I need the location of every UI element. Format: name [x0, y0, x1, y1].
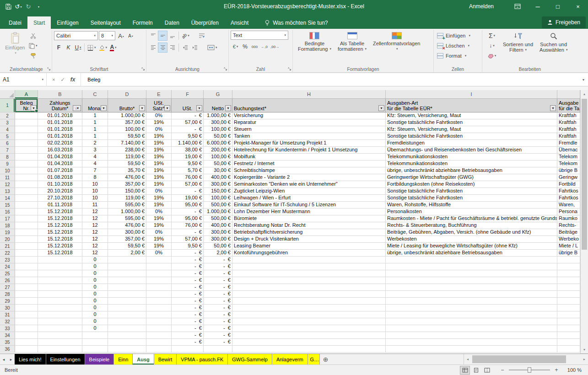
- copy-button[interactable]: ▾: [27, 41, 39, 51]
- cell-G36[interactable]: [204, 346, 232, 353]
- cell-D18[interactable]: 476,00 €: [108, 222, 146, 229]
- merge-center-button[interactable]: ▾: [206, 43, 219, 53]
- cell-A32[interactable]: [15, 318, 38, 325]
- fill-button[interactable]: ↓▾: [484, 41, 500, 51]
- horizontal-scrollbar[interactable]: ◂ ▸: [464, 354, 588, 364]
- cell-E9[interactable]: 19%: [146, 161, 172, 167]
- cell-E34[interactable]: [146, 332, 172, 339]
- cell-I16[interactable]: Personalkosten: [386, 209, 557, 215]
- cell-G10[interactable]: 30,00 €: [204, 167, 232, 174]
- cell-E27[interactable]: [146, 284, 172, 291]
- cell-F31[interactable]: - €: [172, 311, 204, 318]
- insert-cells-button[interactable]: Einfügen▾: [436, 31, 480, 41]
- cell-C27[interactable]: 0: [82, 284, 108, 291]
- cell-I2[interactable]: Kfz: Steuern, Versicherung, Maut: [386, 112, 557, 119]
- cell-A7[interactable]: [15, 147, 38, 154]
- cell-A12[interactable]: [15, 181, 38, 188]
- row-header-13[interactable]: 13: [0, 188, 15, 195]
- cell-H17[interactable]: Büromiete: [232, 215, 386, 222]
- scroll-right-button[interactable]: ▸: [581, 357, 588, 361]
- sheet-tab-gwg-sammelp[interactable]: GWG-Sammelp: [228, 354, 272, 364]
- column-header-A[interactable]: A: [15, 90, 38, 98]
- row-header-4[interactable]: 4: [0, 126, 15, 133]
- cell-F4[interactable]: - €: [172, 126, 204, 133]
- cell-F23[interactable]: - €: [172, 257, 204, 263]
- cell-H25[interactable]: [232, 270, 386, 277]
- cell-F16[interactable]: - €: [172, 209, 204, 215]
- cell-D22[interactable]: 2,00 €: [108, 250, 146, 257]
- cell-E32[interactable]: [146, 318, 172, 325]
- cell-F29[interactable]: - €: [172, 298, 204, 305]
- cell-E7[interactable]: 19%: [146, 147, 172, 154]
- row-header-18[interactable]: 18: [0, 222, 15, 229]
- cell-J21[interactable]: Miete / L: [557, 243, 580, 250]
- cell-D36[interactable]: [108, 346, 146, 353]
- cell-I14[interactable]: Sonstige tatsächliche Fahrtkosten: [386, 195, 557, 202]
- cell-E4[interactable]: 0%: [146, 126, 172, 133]
- filter-button[interactable]: ▾: [196, 105, 202, 111]
- cell-I5[interactable]: Sonstige tatsächliche Fahrtkosten: [386, 133, 557, 140]
- cell-D14[interactable]: 119,00 €: [108, 195, 146, 202]
- cell-F20[interactable]: 57,00 €: [172, 236, 204, 243]
- scroll-left-button[interactable]: ◂: [464, 357, 471, 361]
- column-header-E[interactable]: E: [146, 90, 172, 98]
- cell-A24[interactable]: [15, 263, 38, 270]
- cell-G4[interactable]: 100,00 €: [204, 126, 232, 133]
- cell-I9[interactable]: Telekommunikationskosten: [386, 161, 557, 167]
- align-bottom-button[interactable]: [167, 31, 177, 41]
- cell-J6[interactable]: Fremdle: [557, 140, 580, 147]
- align-top-button[interactable]: [148, 31, 158, 41]
- cell-G32[interactable]: - €: [204, 318, 232, 325]
- cell-D15[interactable]: 595,00 €: [108, 202, 146, 209]
- cell-I33[interactable]: [386, 325, 557, 332]
- wrap-text-button[interactable]: [197, 31, 207, 41]
- sheet-tab-vpma-pausch-fk[interactable]: VPMA - pausch.FK: [177, 354, 228, 364]
- cell-H6[interactable]: Projekt-Manager für Umsetzung Projekt 1: [232, 140, 386, 147]
- filter-button[interactable]: ↓▾: [73, 105, 81, 111]
- cell-F33[interactable]: - €: [172, 325, 204, 332]
- filter-button[interactable]: ▾: [164, 105, 170, 111]
- cell-E15[interactable]: 19%: [146, 202, 172, 209]
- align-center-button[interactable]: [158, 43, 167, 53]
- cell-J4[interactable]: Kraftfah: [557, 126, 580, 133]
- row-header-28[interactable]: 28: [0, 291, 15, 298]
- align-left-button[interactable]: [148, 43, 158, 53]
- cell-A17[interactable]: [15, 215, 38, 222]
- cell-H30[interactable]: [232, 305, 386, 311]
- cell-D20[interactable]: 357,00 €: [108, 236, 146, 243]
- cell-I36[interactable]: [386, 346, 557, 353]
- cell-B14[interactable]: 27.10.2018: [38, 195, 82, 202]
- cell-F17[interactable]: 95,00 €: [172, 215, 204, 222]
- cell-G33[interactable]: - €: [204, 325, 232, 332]
- cell-G6[interactable]: 6.000,00 €: [204, 140, 232, 147]
- cell-D13[interactable]: 150,00 €: [108, 188, 146, 195]
- cell-H10[interactable]: Schreibtischlampe: [232, 167, 386, 174]
- cell-B7[interactable]: 16.03.2018: [38, 147, 82, 154]
- cell-H23[interactable]: [232, 257, 386, 263]
- cell-G26[interactable]: - €: [204, 277, 232, 284]
- cell-A3[interactable]: [15, 119, 38, 126]
- tell-me-search[interactable]: Was möchten Sie tun?: [261, 16, 331, 29]
- bold-button[interactable]: F: [54, 43, 64, 53]
- column-header-partial[interactable]: [557, 90, 580, 98]
- cell-F27[interactable]: - €: [172, 284, 204, 291]
- increase-font-button[interactable]: A▴: [116, 31, 126, 41]
- cell-I7[interactable]: Übernachtungs- und Reisenebenkosten bei …: [386, 147, 557, 154]
- decrease-font-button[interactable]: A▾: [126, 31, 135, 41]
- close-button[interactable]: ×: [568, 0, 588, 13]
- cell-B15[interactable]: 01.11.2018: [38, 202, 82, 209]
- cell-H4[interactable]: Steuern: [232, 126, 386, 133]
- underline-button[interactable]: U▾: [73, 43, 83, 53]
- cell-D5[interactable]: 59,50 €: [108, 133, 146, 140]
- cell-G21[interactable]: 50,00 €: [204, 243, 232, 250]
- header-cell[interactable]: USt.▾: [172, 99, 204, 112]
- header-cell[interactable]: ZahlungsDatum*↓▾: [38, 99, 82, 112]
- increase-decimal-button[interactable]: ←,0: [259, 42, 269, 52]
- cell-B11[interactable]: 01.08.2018: [38, 174, 82, 181]
- tab-seitenlayout[interactable]: Seitenlayout: [85, 16, 127, 29]
- cell-J20[interactable]: Werbeko: [557, 236, 580, 243]
- cell-D28[interactable]: [108, 291, 146, 298]
- cut-button[interactable]: [27, 31, 39, 41]
- cell-H24[interactable]: [232, 263, 386, 270]
- cell-C16[interactable]: 12: [82, 209, 108, 215]
